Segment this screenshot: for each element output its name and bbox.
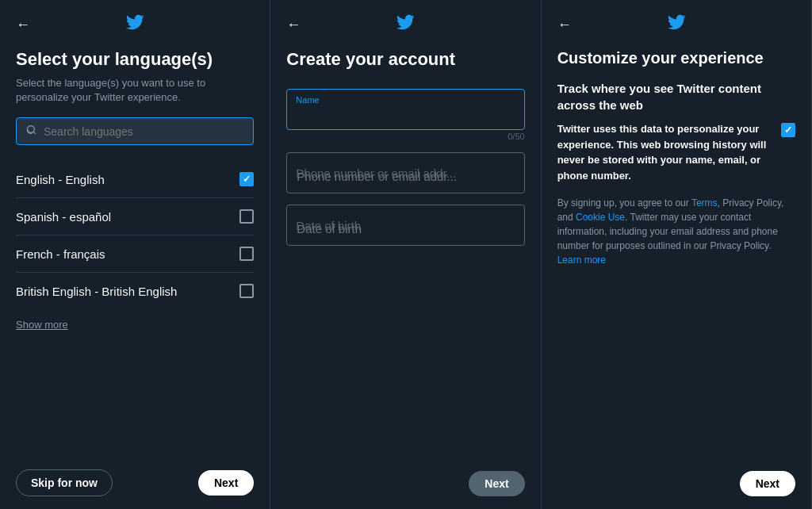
phone-email-field-container: Phone number or email addr...: [286, 152, 524, 193]
page-title: Select your language(s): [16, 49, 254, 70]
name-char-count: 0/50: [286, 132, 524, 141]
panel1-header: ←: [16, 13, 254, 36]
lang-item-french[interactable]: French - français: [16, 235, 254, 273]
back-arrow-icon[interactable]: ←: [557, 17, 572, 33]
checkbox-spanish[interactable]: [239, 209, 254, 224]
name-input[interactable]: [286, 89, 524, 130]
panel3-header: ←: [557, 13, 795, 36]
panel2-header: ←: [286, 13, 524, 36]
checkbox-personalize[interactable]: [781, 123, 795, 137]
legal-text-1: By signing up, you agree to our: [557, 197, 691, 209]
terms-link[interactable]: Terms: [691, 197, 718, 209]
lang-label-spanish: Spanish - español: [16, 210, 111, 224]
twitter-logo-icon: [667, 13, 686, 36]
dob-field-container: Date of birth: [286, 205, 524, 246]
body-section: Twitter uses this data to personalize yo…: [557, 121, 795, 183]
panel1-footer: Skip for now Next: [16, 469, 254, 496]
page-subtitle: Select the language(s) you want to use t…: [16, 76, 254, 105]
checkbox-british[interactable]: [239, 284, 254, 298]
back-arrow-icon[interactable]: ←: [286, 17, 301, 33]
learn-more-link[interactable]: Learn more: [557, 254, 606, 266]
checkbox-english[interactable]: [239, 172, 254, 186]
twitter-logo-icon: [125, 13, 144, 36]
page-title: Create your account: [286, 49, 524, 70]
panel2-footer: Next: [286, 471, 524, 496]
body-text: Twitter uses this data to personalize yo…: [557, 121, 775, 183]
lang-label-french: French - français: [16, 247, 105, 261]
twitter-logo-icon: [396, 13, 415, 36]
page-title: Customize your experience: [557, 49, 795, 67]
next-button[interactable]: Next: [740, 471, 795, 496]
dob-input[interactable]: [286, 205, 524, 246]
lang-label-british: British English - British English: [16, 285, 177, 298]
skip-button[interactable]: Skip for now: [16, 469, 113, 496]
lang-item-english[interactable]: English - English: [16, 161, 254, 198]
search-icon: [26, 124, 37, 138]
panel3-footer: Next: [740, 471, 795, 496]
panel-create-account: ← Create your account Name 0/50 Phone nu…: [270, 0, 541, 509]
checkbox-french[interactable]: [239, 247, 254, 261]
cookie-use-link[interactable]: Cookie Use: [576, 212, 625, 223]
show-more-button[interactable]: Show more: [16, 319, 254, 331]
legal-text: By signing up, you agree to our Terms, P…: [557, 196, 795, 267]
section-title: Track where you see Twitter content acro…: [557, 80, 795, 113]
lang-label-english: English - English: [16, 173, 105, 186]
panel-select-language: ← Select your language(s) Select the lan…: [0, 0, 270, 509]
next-button[interactable]: Next: [469, 471, 524, 496]
search-input[interactable]: [44, 125, 243, 138]
lang-item-british[interactable]: British English - British English: [16, 273, 254, 309]
search-box[interactable]: [16, 117, 254, 145]
name-label: Name: [296, 95, 319, 105]
phone-email-input[interactable]: [286, 152, 524, 193]
back-arrow-icon[interactable]: ←: [16, 17, 30, 33]
panel-customize: ← Customize your experience Track where …: [542, 0, 812, 509]
name-field-container: Name 0/50: [286, 89, 524, 141]
language-list: English - English Spanish - español Fren…: [16, 161, 254, 309]
lang-item-spanish[interactable]: Spanish - español: [16, 198, 254, 235]
next-button[interactable]: Next: [198, 470, 254, 496]
